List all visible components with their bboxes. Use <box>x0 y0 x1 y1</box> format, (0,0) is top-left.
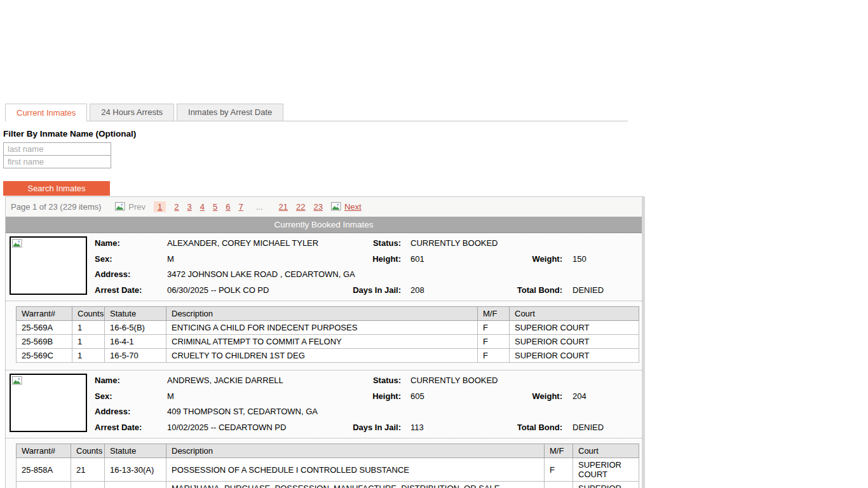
warrant-cell: 1 <box>72 349 105 363</box>
tab-24-hours-arrests[interactable]: 24 Hours Arrests <box>90 104 174 121</box>
warrants-header-row: Warrant#CountsStatuteDescriptionM/FCourt <box>17 307 639 321</box>
sex-label: Sex: <box>95 254 112 264</box>
pager-page-3[interactable]: 3 <box>187 202 192 212</box>
pager-page-21[interactable]: 21 <box>279 202 288 212</box>
warrant-cell: 16-6-5(B) <box>105 321 166 335</box>
inmate-days-in-jail-value: 208 <box>410 285 424 295</box>
weight-label: Weight: <box>465 254 562 264</box>
total-bond-label: Total Bond: <box>465 423 562 432</box>
inmate-total-bond-value: DENIED <box>573 285 604 295</box>
inmate-address-value: 3472 JOHNSON LAKE ROAD , CEDARTOWN, GA <box>167 269 355 279</box>
warrant-row: 25858B116-13-30(J)MARIJUANA- PURCHASE, P… <box>17 482 639 488</box>
pager-page-5[interactable]: 5 <box>213 202 217 212</box>
inmate-record-wrap: Name: ALEXANDER, COREY MICHAEL TYLER Sex… <box>6 233 642 370</box>
first-name-input[interactable] <box>3 155 111 168</box>
warrant-cell: 25-569C <box>17 349 72 363</box>
warrant-col-header: Statute <box>105 307 166 321</box>
status-label: Status: <box>299 376 401 385</box>
warrant-cell: CRIMINAL ATTEMPT TO COMMIT A FELONY <box>166 335 478 349</box>
warrant-cell: F <box>478 349 510 363</box>
warrant-cell: SUPERIOR COURT <box>510 349 639 363</box>
warrants-table: Warrant#CountsStatuteDescriptionM/FCourt… <box>16 444 639 488</box>
inmate-sex-value: M <box>167 254 174 264</box>
address-label: Address: <box>95 269 130 279</box>
days-in-jail-label: Days In Jail: <box>299 423 401 432</box>
warrant-col-header: Warrant# <box>17 444 71 458</box>
status-label: Status: <box>299 238 401 248</box>
warrant-cell: MARIJUANA- PURCHASE, POSSESSION, MANUFAC… <box>166 482 545 488</box>
warrant-cell: 25-569A <box>17 321 72 335</box>
warrants-header-row: Warrant#CountsStatuteDescriptionM/FCourt <box>17 444 639 458</box>
warrant-cell: F <box>545 458 573 482</box>
pager-prev-button[interactable]: Prev <box>115 202 146 212</box>
inmate-arrest-date-value: 10/02/2025 -- CEDARTOWN PD <box>167 423 286 432</box>
pager-page-2[interactable]: 2 <box>174 202 179 212</box>
warrant-col-header: Warrant# <box>17 307 72 321</box>
name-label: Name: <box>95 238 120 248</box>
pager-links: Prev1234567...212223Next <box>115 201 361 212</box>
warrant-cell: 25-858A <box>17 458 71 482</box>
warrant-cell: CRUELTY TO CHILDREN 1ST DEG <box>166 349 478 363</box>
inmate-name-value: ALEXANDER, COREY MICHAEL TYLER <box>167 238 318 248</box>
warrant-cell: 16-5-70 <box>105 349 166 363</box>
pager-page-6[interactable]: 6 <box>226 202 230 212</box>
warrant-cell: SUPERIOR COURT <box>510 321 639 335</box>
warrant-col-header: Description <box>166 444 545 458</box>
warrant-col-header: M/F <box>545 444 573 458</box>
warrant-cell: 25858B <box>17 482 71 488</box>
warrant-cell: 21 <box>71 458 105 482</box>
search-inmates-button[interactable]: Search Inmates <box>3 181 110 196</box>
warrant-row: 25-569A116-6-5(B)ENTICING A CHILD FOR IN… <box>17 321 639 335</box>
pager-page-4[interactable]: 4 <box>200 202 205 212</box>
warrant-cell: SUPERIOR COURT <box>573 458 639 482</box>
warrant-col-header: Counts <box>72 307 105 321</box>
inmate-photo <box>10 374 87 432</box>
inmate-record: Name: ANDREWS, JACKIE DARRELL Sex: M Add… <box>6 370 642 438</box>
warrant-col-header: Court <box>510 307 639 321</box>
warrant-cell: F <box>478 321 510 335</box>
days-in-jail-label: Days In Jail: <box>299 285 401 295</box>
inmate-days-in-jail-value: 113 <box>410 423 424 432</box>
warrants-table: Warrant#CountsStatuteDescriptionM/FCourt… <box>16 306 639 363</box>
pager-page-23[interactable]: 23 <box>314 202 323 212</box>
inmate-weight-value: 204 <box>573 391 587 401</box>
warrant-cell: 1 <box>72 321 105 335</box>
warrant-cell: SUPERIOR COURT <box>573 482 639 488</box>
tab-strip: Current Inmates 24 Hours Arrests Inmates… <box>5 104 628 121</box>
warrant-col-header: Counts <box>71 444 105 458</box>
name-label: Name: <box>95 376 120 385</box>
weight-label: Weight: <box>465 391 562 401</box>
pager-summary: Page 1 of 23 (229 items) <box>11 202 101 212</box>
inmate-total-bond-value: DENIED <box>573 423 604 432</box>
warrant-cell: ENTICING A CHILD FOR INDECENT PURPOSES <box>166 321 478 335</box>
pager-next-label: Next <box>344 202 362 212</box>
pager-ellipsis: ... <box>256 202 263 212</box>
warrant-row: 25-569B116-4-1CRIMINAL ATTEMPT TO COMMIT… <box>17 335 639 349</box>
warrant-cell: 1 <box>71 482 105 488</box>
warrants-section: Warrant#CountsStatuteDescriptionM/FCourt… <box>6 301 642 370</box>
warrant-cell: 25-569B <box>17 335 72 349</box>
inmate-address-value: 409 THOMPSON ST, CEDARTOWN, GA <box>167 407 318 416</box>
warrant-cell: SUPERIOR COURT <box>510 335 639 349</box>
inmate-name-value: ANDREWS, JACKIE DARRELL <box>167 376 283 385</box>
pager-page-22[interactable]: 22 <box>296 202 305 212</box>
inmate-records: Name: ALEXANDER, COREY MICHAEL TYLER Sex… <box>6 233 642 488</box>
warrant-cell: 16-13-30(A) <box>105 458 166 482</box>
pager-page-1[interactable]: 1 <box>154 201 166 212</box>
arrest-date-label: Arrest Date: <box>95 423 142 432</box>
inmate-photo <box>10 236 87 295</box>
warrants-section: Warrant#CountsStatuteDescriptionM/FCourt… <box>6 438 642 488</box>
tab-current-inmates[interactable]: Current Inmates <box>5 104 87 121</box>
pager-next-button[interactable]: Next <box>331 202 362 212</box>
inmate-record-wrap: Name: ANDREWS, JACKIE DARRELL Sex: M Add… <box>6 370 642 488</box>
pager-page-7[interactable]: 7 <box>239 202 243 212</box>
warrant-cell: 16-13-30(J) <box>105 482 166 488</box>
broken-image-icon <box>12 241 25 250</box>
inmate-arrest-date-value: 06/30/2025 -- POLK CO PD <box>167 285 269 295</box>
grid-title-band: Currently Booked Inmates <box>6 217 642 233</box>
inmate-height-value: 601 <box>410 254 424 264</box>
warrant-col-header: Statute <box>105 444 166 458</box>
tab-inmates-by-arrest-date[interactable]: Inmates by Arrest Date <box>177 104 283 121</box>
last-name-input[interactable] <box>3 142 111 156</box>
sex-label: Sex: <box>95 391 112 401</box>
